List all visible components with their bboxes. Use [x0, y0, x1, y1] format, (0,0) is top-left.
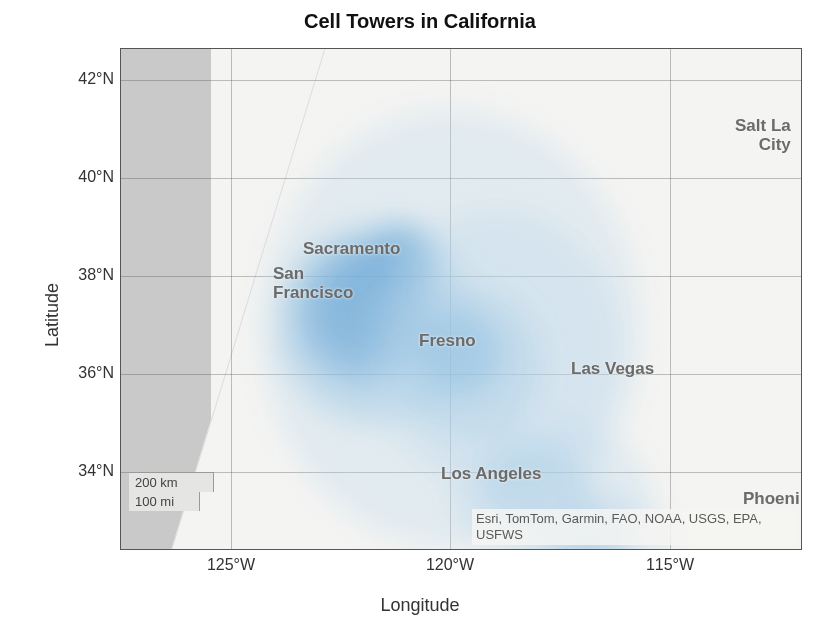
- y-tick: 38°N: [54, 266, 114, 284]
- map-axes[interactable]: Sacramento SanFrancisco Fresno Las Vegas…: [120, 48, 802, 550]
- x-axis-label: Longitude: [0, 595, 840, 616]
- scale-bar-mi: 100 mi: [129, 492, 200, 511]
- city-label-phoenix: Phoeni: [743, 489, 800, 509]
- figure: Cell Towers in California Latitude Longi…: [0, 0, 840, 630]
- y-tick: 40°N: [54, 168, 114, 186]
- basemap-attribution: Esri, TomTom, Garmin, FAO, NOAA, USGS, E…: [472, 509, 795, 546]
- y-tick: 42°N: [54, 70, 114, 88]
- chart-title: Cell Towers in California: [0, 10, 840, 33]
- x-tick: 125°W: [191, 556, 271, 574]
- scale-bar: 200 km 100 mi: [129, 472, 214, 511]
- city-label-san-francisco: SanFrancisco: [273, 265, 353, 302]
- scale-bar-km: 200 km: [129, 472, 214, 492]
- y-tick: 36°N: [54, 364, 114, 382]
- city-label-salt-lake: Salt LaCity: [735, 117, 791, 154]
- city-label-fresno: Fresno: [419, 331, 476, 351]
- x-tick: 115°W: [630, 556, 710, 574]
- x-tick: 120°W: [410, 556, 490, 574]
- city-label-sacramento: Sacramento: [303, 239, 400, 259]
- y-tick: 34°N: [54, 462, 114, 480]
- city-label-las-vegas: Las Vegas: [571, 359, 654, 379]
- y-axis-label: Latitude: [42, 283, 63, 347]
- city-label-los-angeles: Los Angeles: [441, 464, 541, 484]
